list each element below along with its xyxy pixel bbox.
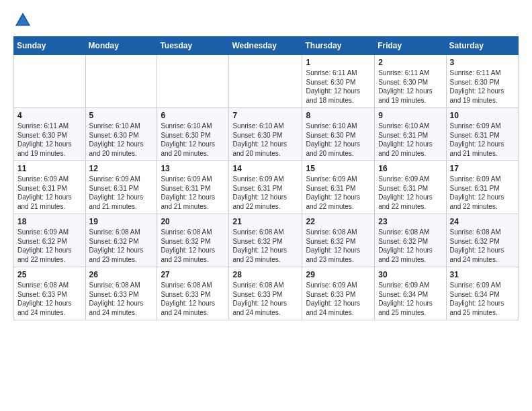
day-info: Sunrise: 6:08 AM Sunset: 6:33 PM Dayligh… [161,281,225,317]
day-number: 1 [306,58,371,67]
day-number: 5 [89,111,154,120]
day-number: 28 [232,270,298,279]
day-info: Sunrise: 6:08 AM Sunset: 6:32 PM Dayligh… [89,228,154,264]
day-info: Sunrise: 6:08 AM Sunset: 6:33 PM Dayligh… [232,281,298,317]
day-info: Sunrise: 6:08 AM Sunset: 6:32 PM Dayligh… [161,228,225,264]
day-info: Sunrise: 6:09 AM Sunset: 6:31 PM Dayligh… [378,175,442,211]
day-number: 31 [450,270,515,279]
day-number: 18 [17,217,82,226]
day-number: 12 [89,164,154,173]
calendar-cell [85,55,157,108]
header [13,11,519,30]
day-info: Sunrise: 6:09 AM Sunset: 6:31 PM Dayligh… [450,122,515,158]
calendar-cell: 22Sunrise: 6:08 AM Sunset: 6:32 PM Dayli… [302,214,375,267]
calendar-cell: 8Sunrise: 6:10 AM Sunset: 6:30 PM Daylig… [302,108,375,161]
calendar-cell: 3Sunrise: 6:11 AM Sunset: 6:30 PM Daylig… [446,55,518,108]
calendar-week-row: 4Sunrise: 6:11 AM Sunset: 6:30 PM Daylig… [14,108,519,161]
calendar-cell: 21Sunrise: 6:08 AM Sunset: 6:32 PM Dayli… [229,214,302,267]
day-info: Sunrise: 6:10 AM Sunset: 6:30 PM Dayligh… [232,122,298,158]
day-number: 19 [89,217,154,226]
calendar-cell [229,55,302,108]
day-info: Sunrise: 6:11 AM Sunset: 6:30 PM Dayligh… [17,122,82,158]
day-number: 10 [450,111,515,120]
day-number: 13 [161,164,225,173]
day-info: Sunrise: 6:10 AM Sunset: 6:30 PM Dayligh… [89,122,154,158]
calendar-cell: 30Sunrise: 6:09 AM Sunset: 6:34 PM Dayli… [375,267,446,320]
calendar-cell: 14Sunrise: 6:09 AM Sunset: 6:31 PM Dayli… [229,161,302,214]
day-number: 14 [232,164,298,173]
calendar-cell [14,55,86,108]
calendar-cell: 13Sunrise: 6:09 AM Sunset: 6:31 PM Dayli… [157,161,229,214]
day-info: Sunrise: 6:08 AM Sunset: 6:33 PM Dayligh… [89,281,154,317]
day-number: 3 [450,58,515,67]
day-info: Sunrise: 6:09 AM Sunset: 6:31 PM Dayligh… [232,175,298,211]
day-info: Sunrise: 6:09 AM Sunset: 6:31 PM Dayligh… [89,175,154,211]
calendar-cell [157,55,229,108]
day-number: 27 [161,270,225,279]
calendar-header-row: SundayMondayTuesdayWednesdayThursdayFrid… [14,37,519,55]
logo [13,11,35,30]
day-number: 22 [306,217,371,226]
calendar-cell: 24Sunrise: 6:08 AM Sunset: 6:32 PM Dayli… [446,214,518,267]
calendar-cell: 31Sunrise: 6:09 AM Sunset: 6:34 PM Dayli… [446,267,518,320]
day-number: 25 [17,270,82,279]
calendar-day-header: Saturday [446,37,518,55]
calendar-week-row: 25Sunrise: 6:08 AM Sunset: 6:33 PM Dayli… [14,267,519,320]
calendar-cell: 26Sunrise: 6:08 AM Sunset: 6:33 PM Dayli… [85,267,157,320]
day-info: Sunrise: 6:09 AM Sunset: 6:31 PM Dayligh… [450,175,515,211]
day-number: 7 [232,111,298,120]
day-info: Sunrise: 6:08 AM Sunset: 6:32 PM Dayligh… [378,228,442,264]
day-number: 29 [306,270,371,279]
calendar-cell: 11Sunrise: 6:09 AM Sunset: 6:31 PM Dayli… [14,161,86,214]
calendar-cell: 17Sunrise: 6:09 AM Sunset: 6:31 PM Dayli… [446,161,518,214]
day-number: 2 [378,58,442,67]
day-info: Sunrise: 6:09 AM Sunset: 6:33 PM Dayligh… [306,281,371,317]
day-number: 9 [378,111,442,120]
calendar-day-header: Tuesday [157,37,229,55]
day-info: Sunrise: 6:08 AM Sunset: 6:33 PM Dayligh… [17,281,82,317]
calendar-cell: 1Sunrise: 6:11 AM Sunset: 6:30 PM Daylig… [302,55,375,108]
day-info: Sunrise: 6:08 AM Sunset: 6:32 PM Dayligh… [306,228,371,264]
day-number: 30 [378,270,442,279]
day-number: 24 [450,217,515,226]
day-info: Sunrise: 6:10 AM Sunset: 6:30 PM Dayligh… [161,122,225,158]
calendar-week-row: 18Sunrise: 6:09 AM Sunset: 6:32 PM Dayli… [14,214,519,267]
logo-icon [13,11,32,30]
day-info: Sunrise: 6:09 AM Sunset: 6:31 PM Dayligh… [306,175,371,211]
day-number: 4 [17,111,82,120]
calendar-cell: 5Sunrise: 6:10 AM Sunset: 6:30 PM Daylig… [85,108,157,161]
day-number: 16 [378,164,442,173]
calendar-cell: 7Sunrise: 6:10 AM Sunset: 6:30 PM Daylig… [229,108,302,161]
calendar-cell: 25Sunrise: 6:08 AM Sunset: 6:33 PM Dayli… [14,267,86,320]
day-info: Sunrise: 6:10 AM Sunset: 6:31 PM Dayligh… [378,122,442,158]
calendar-cell: 15Sunrise: 6:09 AM Sunset: 6:31 PM Dayli… [302,161,375,214]
calendar-cell: 18Sunrise: 6:09 AM Sunset: 6:32 PM Dayli… [14,214,86,267]
calendar-cell: 12Sunrise: 6:09 AM Sunset: 6:31 PM Dayli… [85,161,157,214]
day-info: Sunrise: 6:11 AM Sunset: 6:30 PM Dayligh… [378,68,442,105]
calendar: SundayMondayTuesdayWednesdayThursdayFrid… [13,36,519,320]
day-number: 20 [161,217,225,226]
day-info: Sunrise: 6:11 AM Sunset: 6:30 PM Dayligh… [306,68,371,105]
day-info: Sunrise: 6:11 AM Sunset: 6:30 PM Dayligh… [450,68,515,105]
day-info: Sunrise: 6:09 AM Sunset: 6:34 PM Dayligh… [450,281,515,317]
day-info: Sunrise: 6:08 AM Sunset: 6:32 PM Dayligh… [232,228,298,264]
calendar-cell: 23Sunrise: 6:08 AM Sunset: 6:32 PM Dayli… [375,214,446,267]
day-number: 11 [17,164,82,173]
calendar-cell: 19Sunrise: 6:08 AM Sunset: 6:32 PM Dayli… [85,214,157,267]
calendar-day-header: Friday [375,37,446,55]
calendar-day-header: Thursday [302,37,375,55]
day-number: 6 [161,111,225,120]
page: SundayMondayTuesdayWednesdayThursdayFrid… [0,0,532,411]
calendar-cell: 6Sunrise: 6:10 AM Sunset: 6:30 PM Daylig… [157,108,229,161]
day-number: 8 [306,111,371,120]
calendar-day-header: Sunday [14,37,86,55]
day-info: Sunrise: 6:09 AM Sunset: 6:32 PM Dayligh… [17,228,82,264]
day-info: Sunrise: 6:09 AM Sunset: 6:34 PM Dayligh… [378,281,442,317]
calendar-cell: 28Sunrise: 6:08 AM Sunset: 6:33 PM Dayli… [229,267,302,320]
calendar-week-row: 11Sunrise: 6:09 AM Sunset: 6:31 PM Dayli… [14,161,519,214]
calendar-cell: 27Sunrise: 6:08 AM Sunset: 6:33 PM Dayli… [157,267,229,320]
calendar-cell: 20Sunrise: 6:08 AM Sunset: 6:32 PM Dayli… [157,214,229,267]
calendar-cell: 29Sunrise: 6:09 AM Sunset: 6:33 PM Dayli… [302,267,375,320]
day-number: 23 [378,217,442,226]
day-number: 15 [306,164,371,173]
